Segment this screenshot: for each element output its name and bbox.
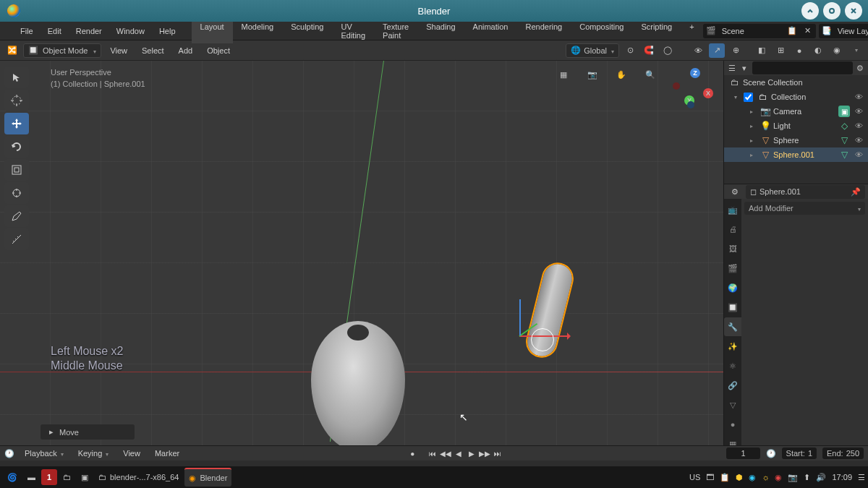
- scene-selector[interactable]: 🎬 📋 ✕: [703, 24, 816, 38]
- tab-mesh[interactable]: ▽: [724, 395, 741, 414]
- jump-start-icon[interactable]: ⏮: [426, 448, 439, 459]
- tab-output[interactable]: 🖨: [724, 220, 741, 239]
- collection-checkbox[interactable]: [744, 93, 753, 102]
- shading-lookdev-icon[interactable]: ◐: [810, 43, 826, 58]
- tab-object[interactable]: 🔲: [724, 298, 741, 317]
- tab-viewlayer[interactable]: 🖼: [724, 239, 741, 258]
- maximize-button[interactable]: [823, 2, 841, 20]
- tab-uv-editing[interactable]: UV Editing: [332, 19, 374, 43]
- move-tool[interactable]: [4, 113, 29, 134]
- disclosure-triangle-icon[interactable]: ▸: [750, 152, 757, 158]
- menu-file[interactable]: File: [13, 24, 41, 38]
- tab-shading[interactable]: Shading: [417, 19, 464, 43]
- editor-type-icon[interactable]: 🔀: [4, 43, 20, 58]
- tab-texture-paint[interactable]: Texture Paint: [374, 19, 417, 43]
- shading-solid-icon[interactable]: ●: [791, 43, 807, 58]
- network-icon[interactable]: ⬆: [804, 473, 810, 482]
- outliner-row-sphere[interactable]: ▸ ▽ Sphere ▽ 👁: [724, 133, 868, 147]
- snap-icon[interactable]: 🧲: [641, 43, 657, 58]
- tray-icon[interactable]: 📋: [720, 473, 730, 482]
- add-menu[interactable]: Add: [173, 44, 199, 57]
- close-button[interactable]: [845, 2, 862, 20]
- shading-wireframe-icon[interactable]: ⊞: [773, 43, 788, 58]
- mode-selector[interactable]: 🔲 Object Mode: [23, 43, 101, 58]
- taskbar-item-blender[interactable]: ◉ Blender: [184, 468, 231, 487]
- tab-modeling[interactable]: Modeling: [233, 19, 283, 43]
- menu-window[interactable]: Window: [109, 24, 152, 38]
- shading-render-icon[interactable]: ◉: [829, 43, 845, 58]
- visibility-icon[interactable]: 👁: [852, 121, 865, 130]
- scene-name-input[interactable]: [719, 27, 784, 35]
- scene-close-icon[interactable]: ✕: [800, 24, 816, 38]
- tab-sculpting[interactable]: Sculpting: [282, 19, 332, 43]
- disclosure-triangle-icon[interactable]: ▸: [750, 137, 757, 144]
- tray-icon[interactable]: 📷: [788, 473, 798, 482]
- last-operator-panel[interactable]: ▸ Move: [41, 424, 135, 440]
- keyframe-next-icon[interactable]: ▶▶: [478, 448, 491, 459]
- preview-range-icon[interactable]: 🕐: [766, 449, 776, 458]
- taskbar-item[interactable]: 🗀 blender-...7-x86_64: [94, 468, 183, 487]
- end-frame[interactable]: End: 250: [822, 448, 864, 459]
- menu-help[interactable]: Help: [152, 24, 183, 38]
- gizmo-z-axis[interactable]: [519, 299, 521, 335]
- outliner-search[interactable]: [752, 61, 853, 74]
- cursor-tool[interactable]: [4, 90, 29, 111]
- visibility-icon[interactable]: 👁: [852, 93, 865, 101]
- proportional-icon[interactable]: ◯: [660, 43, 676, 58]
- tab-scene[interactable]: 🎬: [724, 259, 741, 278]
- mesh-data-icon[interactable]: ▽: [838, 149, 850, 160]
- measure-tool[interactable]: [4, 228, 29, 250]
- tray-icon[interactable]: 🗔: [706, 473, 714, 481]
- pivot-icon[interactable]: ⊙: [622, 43, 638, 58]
- disclosure-triangle-icon[interactable]: ▸: [750, 108, 757, 115]
- outliner[interactable]: 🗀 Scene Collection ▾ 🗀 Collection 👁 ▸ 📷 …: [724, 75, 868, 184]
- rotate-tool[interactable]: [4, 136, 29, 158]
- timeline-view-menu[interactable]: View: [119, 448, 145, 459]
- outliner-row-scene[interactable]: 🗀 Scene Collection: [724, 75, 868, 90]
- select-tool[interactable]: [4, 67, 29, 88]
- tab-world[interactable]: 🌍: [724, 278, 741, 297]
- add-workspace-button[interactable]: +: [681, 19, 702, 43]
- tab-rendering[interactable]: Rendering: [516, 19, 571, 43]
- disclosure-triangle-icon[interactable]: ▾: [734, 94, 741, 100]
- filter-icon[interactable]: ⚙: [856, 61, 865, 75]
- terminal-icon[interactable]: ▣: [77, 468, 93, 487]
- visibility-icon[interactable]: 👁: [852, 136, 865, 145]
- outliner-row-light[interactable]: ▸ 💡 Light ◇ 👁: [724, 119, 868, 133]
- orbit-gizmo[interactable]: X Y Z: [671, 67, 715, 110]
- keyboard-layout[interactable]: US: [689, 473, 700, 481]
- marker-menu[interactable]: Marker: [150, 448, 184, 459]
- mesh-data-icon[interactable]: ▽: [838, 134, 850, 146]
- select-menu[interactable]: Select: [136, 44, 170, 57]
- scale-tool[interactable]: [4, 159, 29, 181]
- annotate-tool[interactable]: [4, 205, 29, 227]
- tab-constraints[interactable]: 🔗: [724, 376, 741, 395]
- tab-compositing[interactable]: Compositing: [571, 19, 632, 43]
- viewlayer-name-input[interactable]: [835, 27, 868, 35]
- disclosure-triangle-icon[interactable]: ▸: [750, 123, 757, 129]
- timeline-editor-icon[interactable]: 🕐: [4, 449, 14, 458]
- datablock-path[interactable]: ◻ Sphere.001 📌: [746, 185, 865, 199]
- tab-modifiers[interactable]: 🔧: [724, 317, 741, 336]
- workspace-indicator[interactable]: 1: [41, 469, 57, 485]
- file-manager-icon[interactable]: 🗀: [59, 468, 75, 487]
- show-desktop-icon[interactable]: ▬: [23, 468, 40, 487]
- tab-layout[interactable]: Layout: [192, 19, 233, 43]
- jump-end-icon[interactable]: ⏭: [491, 448, 504, 459]
- outliner-row-collection[interactable]: ▾ 🗀 Collection 👁: [724, 90, 868, 104]
- scene-new-icon[interactable]: 📋: [784, 24, 800, 38]
- 3d-viewport[interactable]: ↖ User Perspective (1) Collection | Sphe…: [0, 61, 723, 445]
- keying-menu[interactable]: Keying: [74, 448, 114, 459]
- tray-icon[interactable]: ◉: [775, 473, 782, 482]
- display-mode-icon[interactable]: ▾: [739, 61, 749, 75]
- light-data-icon[interactable]: ◇: [838, 120, 850, 132]
- tray-icon[interactable]: ◉: [749, 473, 756, 482]
- menu-render[interactable]: Render: [69, 24, 109, 38]
- transform-tool[interactable]: [4, 182, 29, 204]
- play-icon[interactable]: ▶: [465, 448, 478, 459]
- shading-options-icon[interactable]: [848, 43, 864, 58]
- gizmo-x-axis[interactable]: [519, 335, 570, 337]
- object-menu[interactable]: Object: [201, 44, 236, 57]
- camera-icon[interactable]: 📷: [584, 67, 600, 82]
- gizmo-neg-z[interactable]: [687, 101, 694, 108]
